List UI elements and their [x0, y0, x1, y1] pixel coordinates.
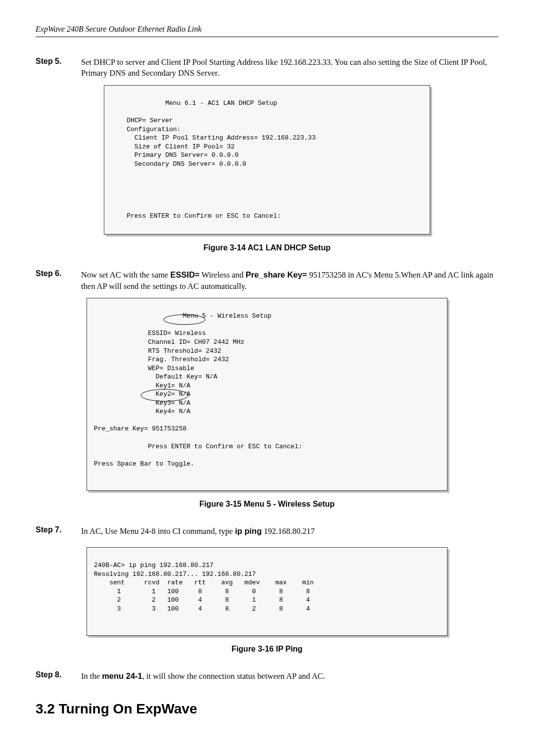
- terminal-3: 240B-AC> ip ping 192.168.80.217 Resolvin…: [87, 547, 447, 636]
- step-7: Step 7. In AC, Use Menu 24-8 into CI com…: [36, 525, 498, 537]
- s7-b1: ip ping: [235, 526, 262, 535]
- t1-l7: Primary DNS Server= 0.0.0.0: [111, 151, 238, 159]
- t3-l6: 3 3 100 4 8 2 8 4: [94, 605, 310, 613]
- s6-b1: ESSID=: [171, 270, 200, 279]
- t1-l4: Configuration:: [111, 126, 180, 133]
- t3-l4: 1 1 100 8 8 0 8 8: [94, 588, 310, 595]
- terminal-2-wrap: Menu 5 - Wireless Setup ESSID= Wireless …: [87, 298, 447, 491]
- t1-l8: Secondary DNS Server= 0.0.0.0: [111, 160, 246, 168]
- step-8-body: In the menu 24-1, it will show the conne…: [81, 670, 325, 682]
- step-6-body: Now set AC with the same ESSID= Wireless…: [81, 269, 498, 292]
- t1-l6: Size of Client IP Pool= 32: [111, 143, 235, 150]
- page-header: ExpWave 240B Secure Outdoor Ethernet Rad…: [36, 25, 498, 34]
- s6-t2: Wireless and: [200, 270, 246, 280]
- t2-l3: ESSID= Wireless: [94, 330, 206, 337]
- step-5-body: Set DHCP to server and Client IP Pool St…: [81, 57, 498, 79]
- step-7-body: In AC, Use Menu 24-8 into CI command, ty…: [81, 525, 315, 537]
- s7-t1: In AC, Use Menu 24-8 into CI command, ty…: [81, 526, 235, 536]
- figure-3-15-caption: Figure 3-15 Menu 5 - Wireless Setup: [36, 500, 498, 509]
- t3-l5: 2 2 100 4 8 1 8 4: [94, 596, 310, 604]
- t1-l1: Menu 6.1 - AC1 LAN DHCP Setup: [111, 99, 277, 107]
- t2-l8: Default Key= N/A: [94, 373, 218, 380]
- t2-l5: RTS Threshold= 2432: [94, 347, 221, 355]
- s7-t2: 192.168.80.217: [262, 526, 314, 536]
- t2-l10: Key2= N/A: [94, 390, 190, 398]
- step-5-label: Step 5.: [36, 57, 71, 79]
- t2-l12: Key4= N/A: [94, 408, 190, 415]
- t2-l14: Pre_share Key= 951753258: [94, 425, 186, 432]
- t2-l18: Press Space Bar to Toggle.: [94, 460, 194, 468]
- s8-b1: menu 24-1: [102, 671, 142, 680]
- terminal-3-wrap: 240B-AC> ip ping 192.168.80.217 Resolvin…: [87, 547, 447, 636]
- t2-l4: Channel ID= CH07 2442 MHz: [94, 338, 244, 346]
- header-rule: [36, 37, 498, 37]
- figure-3-14-caption: Figure 3-14 AC1 LAN DHCP Setup: [36, 243, 498, 252]
- t2-l1: Menu 5 - Wireless Setup: [94, 312, 271, 320]
- step-8: Step 8. In the menu 24-1, it will show t…: [36, 670, 498, 682]
- step-6: Step 6. Now set AC with the same ESSID= …: [36, 269, 498, 292]
- t3-l2: Resolving 192.168.80.217... 192.168.80.2…: [94, 570, 256, 578]
- step-5: Step 5. Set DHCP to server and Client IP…: [36, 57, 498, 79]
- terminal-2: Menu 5 - Wireless Setup ESSID= Wireless …: [87, 298, 447, 491]
- t2-l9: Key1= N/A: [94, 382, 190, 389]
- t3-l1: 240B-AC> ip ping 192.168.80.217: [94, 562, 214, 569]
- terminal-1: Menu 6.1 - AC1 LAN DHCP Setup DHCP= Serv…: [104, 85, 430, 235]
- t2-l16: Press ENTER to Confirm or ESC to Cancel:: [94, 443, 302, 450]
- t1-l3: DHCP= Server: [111, 117, 173, 124]
- s6-t1: Now set AC with the same: [81, 270, 171, 280]
- t2-l11: Key3= N/A: [94, 399, 190, 407]
- section-3-2-title: 3.2 Turning On ExpWave: [36, 701, 498, 717]
- t2-l7: WEP= Disable: [94, 365, 194, 372]
- s8-t1: In the: [81, 671, 102, 681]
- step-8-label: Step 8.: [36, 670, 71, 682]
- s6-b2: Pre_share Key=: [246, 270, 307, 279]
- figure-3-16-caption: Figure 3-16 IP Ping: [36, 645, 498, 654]
- step-6-label: Step 6.: [36, 269, 71, 292]
- terminal-1-wrap: Menu 6.1 - AC1 LAN DHCP Setup DHCP= Serv…: [104, 85, 430, 235]
- s8-t2: , it will show the connection status bet…: [142, 671, 325, 681]
- t3-l3: sent rcvd rate rtt avg mdev max min: [94, 579, 314, 586]
- t1-l14: Press ENTER to Confirm or ESC to Cancel:: [111, 212, 281, 220]
- t2-l6: Frag. Threshold= 2432: [94, 356, 229, 363]
- t1-l5: Client IP Pool Starting Address= 192.168…: [111, 134, 315, 142]
- step-7-label: Step 7.: [36, 525, 71, 537]
